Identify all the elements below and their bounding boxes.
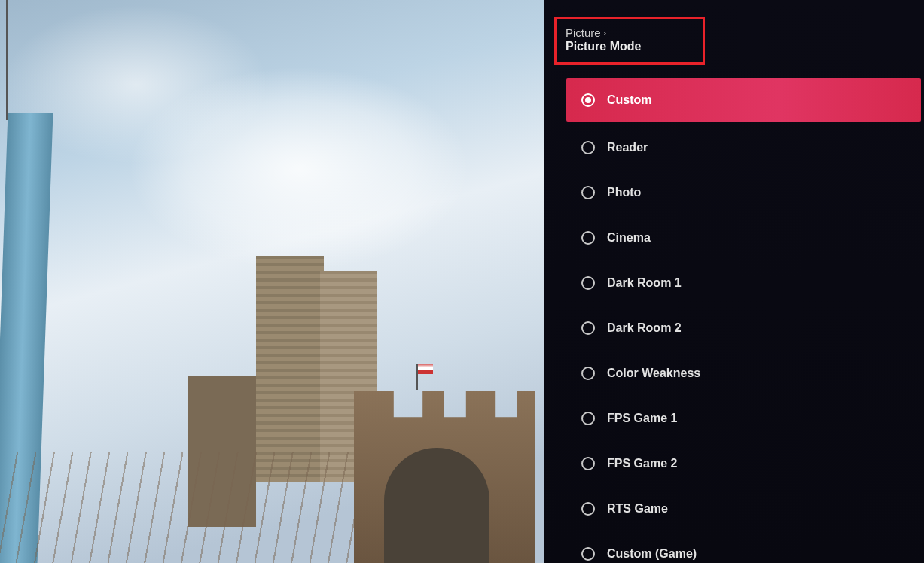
- radio-icon: [581, 367, 595, 380]
- radio-icon: [581, 186, 595, 199]
- option-fps-game-1[interactable]: FPS Game 1: [544, 396, 924, 441]
- option-dark-room-2[interactable]: Dark Room 2: [544, 306, 924, 351]
- option-rts-game[interactable]: RTS Game: [544, 486, 924, 531]
- radio-icon: [581, 321, 595, 335]
- building-mid-1: [256, 256, 324, 482]
- option-cinema[interactable]: Cinema: [544, 215, 924, 260]
- radio-icon: [581, 412, 595, 425]
- option-custom-game[interactable]: Custom (Game): [544, 531, 924, 563]
- option-label: Dark Room 1: [607, 276, 682, 290]
- option-label: Photo: [607, 186, 641, 199]
- radio-icon: [581, 457, 595, 470]
- page-title: Picture Mode: [566, 40, 694, 53]
- breadcrumb-parent: Picture: [566, 26, 601, 39]
- breadcrumb: Picture ›: [566, 26, 694, 39]
- radio-icon: [581, 547, 595, 561]
- option-label: Custom (Game): [607, 547, 697, 561]
- picture-mode-options-list: Custom Reader Photo Cinema Dark Room 1 D…: [544, 72, 924, 563]
- chevron-right-icon: ›: [603, 27, 606, 38]
- option-label: RTS Game: [607, 502, 668, 516]
- option-label: Cinema: [607, 231, 651, 245]
- option-dark-room-1[interactable]: Dark Room 1: [544, 260, 924, 306]
- tower-spire: [6, 0, 8, 120]
- radio-icon: [581, 231, 595, 245]
- option-custom[interactable]: Custom: [566, 78, 921, 122]
- option-fps-game-2[interactable]: FPS Game 2: [544, 441, 924, 486]
- osd-menu-panel: Picture › Picture Mode Custom Reader Pho…: [544, 0, 924, 563]
- radio-icon: [581, 502, 595, 516]
- bridge-arch: [384, 448, 489, 563]
- radio-icon: [581, 276, 595, 290]
- radio-selected-icon: [581, 93, 595, 107]
- option-label: FPS Game 1: [607, 412, 677, 425]
- breadcrumb-highlight-box: Picture › Picture Mode: [554, 17, 705, 65]
- option-label: Custom: [607, 93, 652, 107]
- option-label: Color Weakness: [607, 367, 700, 380]
- option-color-weakness[interactable]: Color Weakness: [544, 351, 924, 396]
- option-photo[interactable]: Photo: [544, 170, 924, 215]
- option-label: Dark Room 2: [607, 321, 682, 335]
- bridge-cables: [0, 452, 377, 563]
- option-label: FPS Game 2: [607, 457, 677, 470]
- option-reader[interactable]: Reader: [544, 125, 924, 170]
- option-label: Reader: [607, 141, 648, 154]
- radio-icon: [581, 141, 595, 154]
- flag-icon: [418, 364, 433, 374]
- desktop-background: [0, 0, 544, 563]
